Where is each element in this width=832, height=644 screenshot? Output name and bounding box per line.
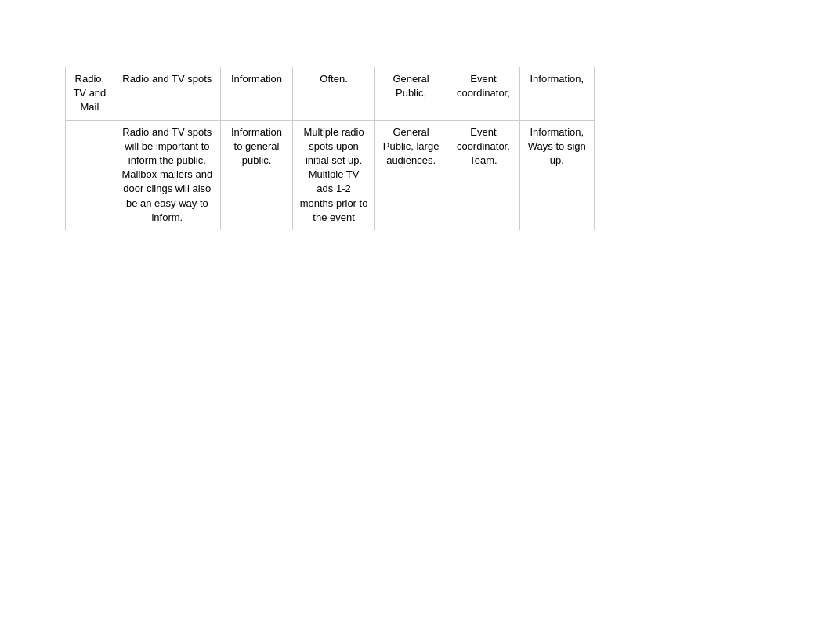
table-row: Radio and TV spots will be important to …	[66, 120, 595, 230]
header-cell-1: Radio, TV and Mail	[66, 67, 114, 121]
cell-1	[66, 120, 114, 230]
header-cell-3: Information	[220, 67, 292, 121]
cell-3: Information to general public.	[220, 120, 292, 230]
cell-6: Event coordinator, Team.	[447, 120, 519, 230]
main-table-container: Radio, TV and Mail Radio and TV spots In…	[65, 67, 595, 230]
header-cell-2: Radio and TV spots	[114, 67, 220, 121]
header-cell-5: General Public,	[375, 67, 447, 121]
table-header-row: Radio, TV and Mail Radio and TV spots In…	[66, 67, 595, 121]
header-cell-7: Information,	[519, 67, 594, 121]
cell-4: Multiple radio spots upon initial set up…	[293, 120, 375, 230]
cell-5: General Public, large audiences.	[375, 120, 447, 230]
content-table: Radio, TV and Mail Radio and TV spots In…	[65, 67, 595, 230]
cell-7: Information, Ways to sign up.	[519, 120, 594, 230]
header-cell-4: Often.	[293, 67, 375, 121]
cell-2: Radio and TV spots will be important to …	[114, 120, 220, 230]
header-cell-6: Event coordinator,	[447, 67, 519, 121]
